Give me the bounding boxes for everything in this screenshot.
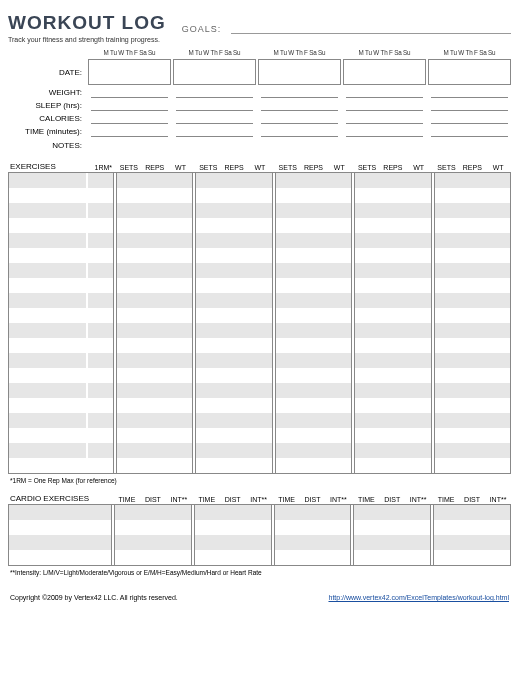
exercise-subcell[interactable] xyxy=(276,323,301,338)
exercise-subcell[interactable] xyxy=(380,278,405,293)
exercise-subcell[interactable] xyxy=(460,413,485,428)
exercise-subcell[interactable] xyxy=(196,323,221,338)
exercise-subcell[interactable] xyxy=(222,278,247,293)
exercise-rm-cell[interactable] xyxy=(88,218,114,233)
time-input[interactable] xyxy=(91,126,168,137)
cardio-subcell[interactable] xyxy=(380,505,405,520)
exercise-subcell[interactable] xyxy=(301,188,326,203)
exercise-name-cell[interactable] xyxy=(8,233,86,248)
exercise-subcell[interactable] xyxy=(167,398,192,413)
exercise-subcell[interactable] xyxy=(117,398,142,413)
exercise-subcell[interactable] xyxy=(485,278,510,293)
exercise-name-cell[interactable] xyxy=(8,443,86,458)
cardio-subcell[interactable] xyxy=(300,550,325,565)
exercise-subcell[interactable] xyxy=(222,293,247,308)
exercise-subcell[interactable] xyxy=(222,458,247,473)
exercise-subcell[interactable] xyxy=(247,203,272,218)
exercise-subcell[interactable] xyxy=(301,323,326,338)
exercise-subcell[interactable] xyxy=(326,428,351,443)
exercise-name-cell[interactable] xyxy=(8,338,86,353)
exercise-subcell[interactable] xyxy=(301,428,326,443)
cardio-subcell[interactable] xyxy=(245,535,270,550)
exercise-subcell[interactable] xyxy=(355,233,380,248)
exercise-subcell[interactable] xyxy=(435,248,460,263)
exercise-subcell[interactable] xyxy=(196,248,221,263)
exercise-subcell[interactable] xyxy=(301,233,326,248)
cardio-subcell[interactable] xyxy=(485,535,510,550)
exercise-subcell[interactable] xyxy=(196,218,221,233)
exercise-rm-cell[interactable] xyxy=(88,263,114,278)
exercise-subcell[interactable] xyxy=(247,248,272,263)
exercise-subcell[interactable] xyxy=(142,218,167,233)
exercise-subcell[interactable] xyxy=(380,443,405,458)
exercise-subcell[interactable] xyxy=(326,293,351,308)
exercise-subcell[interactable] xyxy=(355,368,380,383)
exercise-name-cell[interactable] xyxy=(8,353,86,368)
exercise-subcell[interactable] xyxy=(196,398,221,413)
source-link[interactable]: http://www.vertex42.com/ExcelTemplates/w… xyxy=(328,594,509,601)
cardio-subcell[interactable] xyxy=(195,520,220,535)
exercise-subcell[interactable] xyxy=(355,398,380,413)
exercise-subcell[interactable] xyxy=(276,203,301,218)
exercise-subcell[interactable] xyxy=(222,173,247,188)
cardio-name-cell[interactable] xyxy=(8,550,112,565)
exercise-subcell[interactable] xyxy=(380,203,405,218)
exercise-subcell[interactable] xyxy=(460,443,485,458)
exercise-subcell[interactable] xyxy=(222,218,247,233)
exercise-subcell[interactable] xyxy=(222,398,247,413)
exercise-subcell[interactable] xyxy=(405,173,430,188)
exercise-subcell[interactable] xyxy=(485,188,510,203)
exercise-subcell[interactable] xyxy=(460,233,485,248)
cardio-subcell[interactable] xyxy=(459,535,484,550)
exercise-name-cell[interactable] xyxy=(8,263,86,278)
exercise-subcell[interactable] xyxy=(326,323,351,338)
exercise-subcell[interactable] xyxy=(326,413,351,428)
exercise-subcell[interactable] xyxy=(405,218,430,233)
exercise-subcell[interactable] xyxy=(435,308,460,323)
cardio-subcell[interactable] xyxy=(405,505,430,520)
exercise-subcell[interactable] xyxy=(222,188,247,203)
exercise-subcell[interactable] xyxy=(196,338,221,353)
cardio-subcell[interactable] xyxy=(275,550,300,565)
exercise-subcell[interactable] xyxy=(117,263,142,278)
exercise-subcell[interactable] xyxy=(196,353,221,368)
exercise-subcell[interactable] xyxy=(222,443,247,458)
exercise-name-cell[interactable] xyxy=(8,203,86,218)
exercise-subcell[interactable] xyxy=(301,458,326,473)
cardio-subcell[interactable] xyxy=(275,520,300,535)
exercise-subcell[interactable] xyxy=(435,323,460,338)
cardio-subcell[interactable] xyxy=(405,520,430,535)
exercise-subcell[interactable] xyxy=(167,248,192,263)
exercise-subcell[interactable] xyxy=(405,203,430,218)
exercise-subcell[interactable] xyxy=(247,428,272,443)
exercise-subcell[interactable] xyxy=(326,233,351,248)
exercise-subcell[interactable] xyxy=(405,458,430,473)
exercise-subcell[interactable] xyxy=(167,368,192,383)
exercise-subcell[interactable] xyxy=(380,233,405,248)
exercise-subcell[interactable] xyxy=(460,323,485,338)
calories-input[interactable] xyxy=(261,113,338,124)
exercise-subcell[interactable] xyxy=(276,443,301,458)
exercise-subcell[interactable] xyxy=(380,173,405,188)
exercise-subcell[interactable] xyxy=(380,353,405,368)
exercise-subcell[interactable] xyxy=(276,428,301,443)
exercise-subcell[interactable] xyxy=(435,428,460,443)
exercise-subcell[interactable] xyxy=(380,458,405,473)
exercise-subcell[interactable] xyxy=(247,338,272,353)
exercise-rm-cell[interactable] xyxy=(88,308,114,323)
exercise-name-cell[interactable] xyxy=(8,308,86,323)
exercise-subcell[interactable] xyxy=(276,293,301,308)
exercise-subcell[interactable] xyxy=(222,428,247,443)
exercise-subcell[interactable] xyxy=(196,428,221,443)
cardio-subcell[interactable] xyxy=(166,550,191,565)
exercise-subcell[interactable] xyxy=(301,443,326,458)
exercise-subcell[interactable] xyxy=(405,383,430,398)
exercise-rm-cell[interactable] xyxy=(88,188,114,203)
exercise-name-cell[interactable] xyxy=(8,428,86,443)
exercise-subcell[interactable] xyxy=(326,278,351,293)
exercise-subcell[interactable] xyxy=(222,413,247,428)
exercise-name-cell[interactable] xyxy=(8,323,86,338)
exercise-subcell[interactable] xyxy=(485,203,510,218)
exercise-rm-cell[interactable] xyxy=(88,323,114,338)
cardio-subcell[interactable] xyxy=(485,550,510,565)
